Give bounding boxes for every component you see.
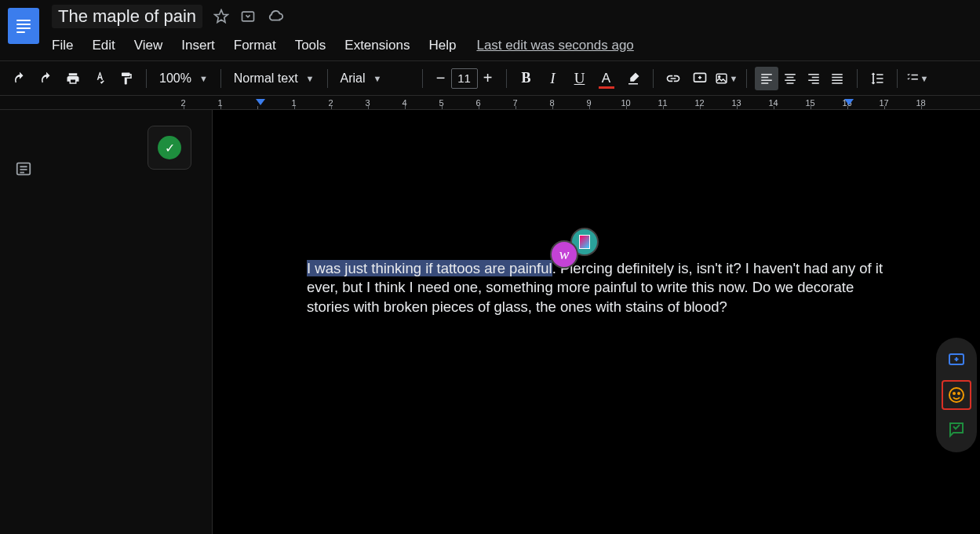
separator: [653, 69, 654, 88]
separator: [422, 69, 423, 88]
suggest-edits-button[interactable]: [942, 415, 971, 444]
insert-image-button[interactable]: ▼: [715, 67, 738, 90]
menu-tools[interactable]: Tools: [286, 35, 336, 57]
highlight-color-button[interactable]: [621, 67, 645, 90]
add-comment-button[interactable]: [688, 67, 712, 90]
add-comment-floating-button[interactable]: [942, 346, 971, 375]
separator: [857, 69, 858, 88]
grammar-check-badge[interactable]: ✓: [148, 126, 191, 170]
increase-font-button[interactable]: +: [478, 68, 498, 89]
spellcheck-button[interactable]: [88, 67, 111, 90]
first-line-indent-marker[interactable]: [256, 99, 265, 108]
star-icon[interactable]: [213, 9, 229, 24]
svg-point-3: [718, 75, 720, 77]
underline-button[interactable]: U: [568, 67, 592, 90]
collaborator-avatar-1[interactable]: w: [550, 240, 578, 269]
undo-button[interactable]: [8, 67, 31, 90]
google-docs-app: The maple of pain File Edit View Insert …: [0, 0, 980, 534]
formatting-toolbar: 100%▼ Normal text▼ Arial▼ − + B I U A ▼ …: [0, 61, 980, 96]
separator: [746, 69, 747, 88]
comment-actions-panel: [936, 338, 977, 452]
last-edit-link[interactable]: Last edit was seconds ago: [476, 38, 633, 53]
separator: [146, 69, 147, 88]
menu-extensions[interactable]: Extensions: [335, 35, 419, 57]
move-icon[interactable]: [240, 9, 256, 24]
font-size-input[interactable]: [451, 68, 478, 89]
docs-logo-icon[interactable]: [8, 8, 39, 44]
svg-point-7: [953, 393, 955, 394]
menu-help[interactable]: Help: [419, 35, 465, 57]
line-spacing-button[interactable]: [865, 67, 889, 90]
menu-insert[interactable]: Insert: [172, 35, 224, 57]
separator: [897, 69, 898, 88]
menu-format[interactable]: Format: [224, 35, 286, 57]
document-title-input[interactable]: The maple of pain: [52, 5, 202, 28]
menu-edit[interactable]: Edit: [82, 35, 124, 57]
checklist-button[interactable]: ▼: [905, 67, 929, 90]
right-indent-marker[interactable]: [844, 99, 854, 108]
align-center-button[interactable]: [778, 67, 802, 90]
menu-file[interactable]: File: [52, 35, 82, 57]
zoom-dropdown[interactable]: 100%▼: [155, 67, 213, 90]
document-scroll-area[interactable]: ✓ w I was just thinking if tattoos are p…: [47, 110, 980, 534]
text-color-button[interactable]: A: [595, 67, 618, 90]
separator: [506, 69, 507, 88]
outline-toggle-icon[interactable]: [10, 155, 37, 182]
print-button[interactable]: [61, 67, 85, 90]
check-icon: ✓: [158, 136, 181, 159]
document-body-text[interactable]: I was just thinking if tattoos are painf…: [307, 259, 894, 316]
redo-button[interactable]: [35, 67, 58, 90]
menu-bar: File Edit View Insert Format Tools Exten…: [52, 35, 634, 57]
separator: [220, 69, 221, 88]
title-bar: The maple of pain File Edit View Insert …: [0, 0, 980, 61]
ruler[interactable]: 21123456789101112131415161718: [0, 96, 980, 110]
menu-view[interactable]: View: [125, 35, 173, 57]
selected-text[interactable]: I was just thinking if tattoos are painf…: [307, 260, 552, 276]
cloud-status-icon[interactable]: [267, 8, 284, 25]
bold-button[interactable]: B: [515, 67, 538, 90]
decrease-font-button[interactable]: −: [431, 68, 451, 89]
left-rail: [0, 110, 47, 534]
add-emoji-reaction-button[interactable]: [942, 380, 971, 410]
editor-main: ✓ w I was just thinking if tattoos are p…: [0, 110, 980, 534]
italic-button[interactable]: I: [541, 67, 565, 90]
align-justify-button[interactable]: [825, 67, 849, 90]
separator: [327, 69, 328, 88]
align-left-button[interactable]: [755, 67, 778, 90]
align-right-button[interactable]: [802, 67, 825, 90]
document-page[interactable]: w I was just thinking if tattoos are pai…: [212, 110, 980, 534]
paint-format-button[interactable]: [115, 67, 138, 90]
svg-point-8: [958, 393, 960, 394]
font-family-dropdown[interactable]: Arial▼: [336, 67, 414, 90]
paragraph-style-dropdown[interactable]: Normal text▼: [229, 67, 319, 90]
insert-link-button[interactable]: [661, 67, 685, 90]
svg-point-6: [949, 388, 964, 402]
